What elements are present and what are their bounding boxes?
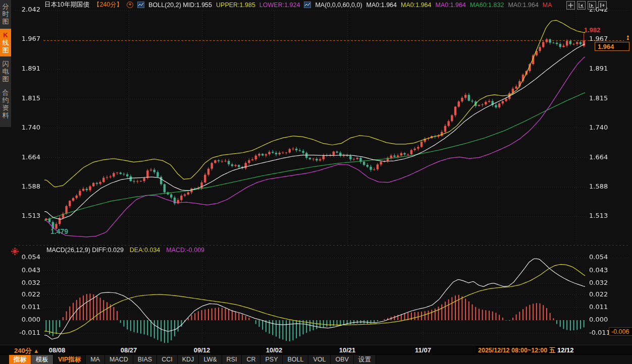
price-chart-canvas[interactable] xyxy=(0,0,632,364)
sidebar: 分时图K线图闪电图合约资料 xyxy=(0,0,11,127)
toolbar-button-VIP指标[interactable]: VIP指标 xyxy=(54,355,86,364)
toolbar-button-MACD[interactable]: MACD xyxy=(105,355,133,364)
boll-upper-value: UPPER:1.985 xyxy=(216,2,255,9)
ma60-green-value: MA60:1.832 xyxy=(470,2,504,9)
date-tick-08/08: 08/08 xyxy=(49,346,66,354)
date-tick-10/02: 10/02 xyxy=(266,346,283,354)
toolbar-button-KDJ[interactable]: KDJ xyxy=(178,355,199,364)
ma0-yellow-value: MA0:1.964 xyxy=(401,2,431,9)
toolbar-button-OBV[interactable]: OBV xyxy=(331,355,353,364)
ma-indicator-icon[interactable] xyxy=(304,2,311,8)
toolbar-button-LW&[interactable]: LW& xyxy=(199,355,222,364)
pan-right-icon[interactable] xyxy=(598,1,607,10)
toolbar-button-PSY[interactable]: PSY xyxy=(260,355,283,364)
boll-label: BOLL(20,2) MID:1.955 xyxy=(148,2,212,9)
macd-header: MACD(26,12,9) DIFF:0.029 DEA:0.034 MACD:… xyxy=(46,247,204,254)
time-axis: 240分 ▲ 08/0808/2709/1210/0210/2111/07 20… xyxy=(0,345,632,355)
boll-indicator-icon[interactable] xyxy=(137,2,144,8)
date-tick-08/27: 08/27 xyxy=(121,346,137,354)
toolbar-button-MA[interactable]: MA xyxy=(86,355,105,364)
ma0-magenta-value: MA0:1.964 xyxy=(436,2,466,9)
sidebar-tab-闪电图[interactable]: 闪电图 xyxy=(0,57,11,85)
ma0-white-value: MA0:1.964 xyxy=(366,2,397,9)
session-low-label: 1.479 xyxy=(50,227,68,235)
circled-plus-icon[interactable]: + xyxy=(127,2,133,8)
toolbar-button-RSI[interactable]: RSI xyxy=(222,355,242,364)
toolbar: 指标模板VIP指标MAMACDBIASCCIKDJLW&RSICRPSYBOLL… xyxy=(0,354,632,364)
toolbar-button-VOL[interactable]: VOL xyxy=(308,355,331,364)
macd-dea-value: DEA:0.034 xyxy=(130,247,160,254)
ma-label: MA(0,0,0,60,0,0) xyxy=(315,2,362,9)
toolbar-button-设置[interactable]: 设置 xyxy=(354,355,376,364)
toolbar-button-BOLL[interactable]: BOLL xyxy=(283,355,308,364)
sidebar-tab-分时图[interactable]: 分时图 xyxy=(0,0,11,28)
sidebar-tab-合约资料[interactable]: 合约资料 xyxy=(0,86,11,122)
ma0-gray-value: MA0:1.964 xyxy=(508,2,538,9)
sidebar-tab-K线图[interactable]: K线图 xyxy=(0,29,11,56)
seek-latest-icon[interactable]: ▲▲ xyxy=(625,35,631,40)
date-tick-11/07: 11/07 xyxy=(415,346,431,354)
toolbar-button-CCI[interactable]: CCI xyxy=(157,355,178,364)
toolbar-button-指标[interactable]: 指标 xyxy=(9,355,31,364)
macd-last-badge: -0.006 xyxy=(609,327,632,336)
macd-panel-toggle-icon[interactable] xyxy=(13,250,17,253)
chevron-up-icon: ▲ xyxy=(33,348,39,354)
boll-lower-value: LOWER:1.924 xyxy=(259,2,300,9)
macd-value: MACD:-0.009 xyxy=(166,247,204,254)
trading-app-window: 日本10年期国债 【240分】 + BOLL(20,2) MID:1.955 U… xyxy=(0,0,632,364)
zoom-out-icon[interactable] xyxy=(577,1,586,10)
ma-red-label: MA xyxy=(543,2,552,9)
date-tick-09/12: 09/12 xyxy=(194,346,210,354)
toolbar-button-CR[interactable]: CR xyxy=(242,355,260,364)
zoom-in-icon[interactable] xyxy=(588,1,596,10)
last-price-badge: 1.964 xyxy=(595,42,629,51)
period-label[interactable]: 【240分】 xyxy=(93,1,123,9)
chart-toolbar-icons xyxy=(566,1,607,10)
last-date-label: 12/12 xyxy=(557,346,574,354)
chart-header: 日本10年期国债 【240分】 + BOLL(20,2) MID:1.955 U… xyxy=(11,0,632,10)
toolbar-button-BIAS[interactable]: BIAS xyxy=(133,355,157,364)
date-tick-10/21: 10/21 xyxy=(339,346,356,354)
crosshair-icon[interactable] xyxy=(566,1,575,10)
instrument-name: 日本10年期国债 xyxy=(44,1,89,9)
macd-params-label: MACD(26,12,9) DIFF:0.029 xyxy=(46,247,124,254)
session-high-label: 1.982 xyxy=(584,26,601,34)
toolbar-button-模板[interactable]: 模板 xyxy=(31,355,54,364)
